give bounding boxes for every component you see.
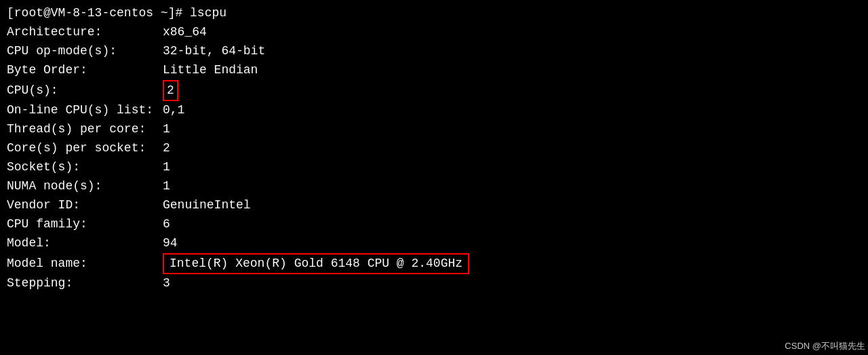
terminal-row: Architecture: x86_64 — [7, 23, 861, 42]
terminal-row: NUMA node(s): 1 — [7, 177, 861, 196]
row-value: 3 — [163, 274, 170, 293]
terminal-row: Stepping: 3 — [7, 274, 861, 293]
terminal-row: On-line CPU(s) list: 0,1 — [7, 101, 861, 120]
terminal-row: Byte Order: Little Endian — [7, 61, 861, 80]
prompt-line: [root@VM-8-13-centos ~]# lscpu — [7, 4, 861, 23]
terminal-row: Model: 94 — [7, 234, 861, 253]
row-label: Socket(s): — [7, 158, 163, 177]
row-value: GenuineIntel — [163, 196, 251, 215]
terminal-window: [root@VM-8-13-centos ~]# lscpu Architect… — [0, 0, 868, 355]
terminal-row: CPU family: 6 — [7, 215, 861, 234]
row-label: Core(s) per socket: — [7, 139, 163, 158]
watermark: CSDN @不叫猫先生 — [785, 340, 865, 352]
row-label: NUMA node(s): — [7, 177, 163, 196]
terminal-row: CPU(s): 2 — [7, 80, 861, 102]
row-label: Model: — [7, 234, 163, 253]
row-value: 32-bit, 64-bit — [163, 42, 265, 61]
row-label: Thread(s) per core: — [7, 120, 163, 139]
terminal-row: Core(s) per socket: 2 — [7, 139, 861, 158]
row-label: CPU op-mode(s): — [7, 42, 163, 61]
row-value: x86_64 — [163, 23, 207, 42]
row-value: 1 — [163, 158, 170, 177]
row-label: Vendor ID: — [7, 196, 163, 215]
terminal-row: Vendor ID: GenuineIntel — [7, 196, 861, 215]
row-value: 2 — [163, 139, 170, 158]
command-prompt: [root@VM-8-13-centos ~]# lscpu — [7, 4, 226, 23]
terminal-row: CPU op-mode(s): 32-bit, 64-bit — [7, 42, 861, 61]
row-value: 0,1 — [163, 101, 184, 120]
row-value: 2 — [163, 80, 178, 102]
row-label: On-line CPU(s) list: — [7, 101, 163, 120]
row-label: Architecture: — [7, 23, 163, 42]
row-label: Stepping: — [7, 274, 163, 293]
row-label: CPU family: — [7, 215, 163, 234]
row-label: Byte Order: — [7, 61, 163, 80]
terminal-row: Socket(s): 1 — [7, 158, 861, 177]
row-value: 1 — [163, 177, 170, 196]
row-value: 1 — [163, 120, 170, 139]
row-label: Model name: — [7, 255, 163, 274]
row-value: 94 — [163, 234, 178, 253]
terminal-row: Model name: Intel(R) Xeon(R) Gold 6148 C… — [7, 253, 861, 275]
row-label: CPU(s): — [7, 81, 163, 100]
row-value: Little Endian — [163, 61, 258, 80]
terminal-row: Thread(s) per core: 1 — [7, 120, 861, 139]
row-value: Intel(R) Xeon(R) Gold 6148 CPU @ 2.40GHz — [163, 253, 469, 275]
row-value: 6 — [163, 215, 170, 234]
